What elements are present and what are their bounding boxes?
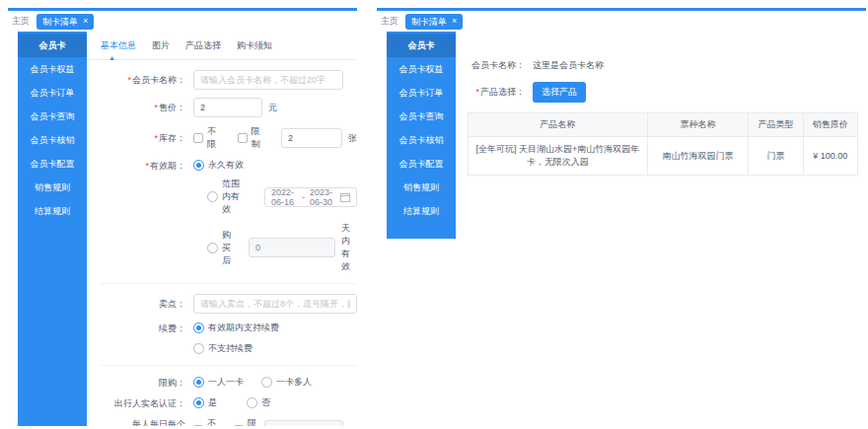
required-mark: * <box>475 87 479 97</box>
sidebar-item-card-redeem[interactable]: 会员卡核销 <box>18 128 87 152</box>
tab-card-list[interactable]: 制卡清单 × <box>36 14 94 30</box>
sidebar-item-member-card[interactable]: 会员卡 <box>18 34 87 57</box>
sidebar-item-card-benefits[interactable]: 会员卡权益 <box>18 57 87 81</box>
form-row-purchase-limit: 限购： 一人一卡 一卡多人 <box>87 376 357 389</box>
sidebar-item-sales-rules[interactable]: 销售规则 <box>387 176 456 199</box>
form-tab-purchase-notes[interactable]: 购卡须知 <box>237 39 272 52</box>
radio-icon[interactable] <box>193 160 204 171</box>
date-separator: - <box>302 192 305 202</box>
required-mark: * <box>145 161 149 171</box>
radio-icon[interactable] <box>193 377 204 388</box>
form-row-selling-points: 卖点： <box>87 294 357 314</box>
form-tab-basic-info[interactable]: 基本信息 <box>101 39 136 52</box>
card-name-value: 这里是会员卡名称 <box>533 59 604 72</box>
stock-unit: 张 <box>348 132 357 145</box>
panel-card-edit: 主页 制卡清单 × 会员卡 会员卡权益 会员卡订单 会员卡查询 会员卡核销 会员… <box>8 8 357 426</box>
sidebar-item-card-benefits[interactable]: 会员卡权益 <box>387 57 456 81</box>
form-tabs: 基本信息 图片 产品选择 购卡须知 ▲ <box>87 32 357 60</box>
renew-label: 续费： <box>87 322 193 334</box>
daily-limit-label: 每人每日每个 产品限用： <box>87 418 193 426</box>
close-icon[interactable]: × <box>452 17 457 26</box>
sidebar-item-member-card[interactable]: 会员卡 <box>387 34 456 57</box>
col-ticket-name: 票种名称 <box>647 113 749 137</box>
sidebar-item-settle-rules[interactable]: 结算规则 <box>18 199 87 223</box>
sidebar-item-card-config[interactable]: 会员卡配置 <box>387 152 456 176</box>
cell-ticket-name: 南山竹海双园门票 <box>647 137 749 176</box>
sidebar-item-sales-rules[interactable]: 销售规则 <box>18 176 87 199</box>
sidebar-item-card-config[interactable]: 会员卡配置 <box>18 152 87 176</box>
tab-card-list-label: 制卡清单 <box>42 16 78 28</box>
sidebar-item-card-redeem[interactable]: 会员卡核销 <box>387 128 456 152</box>
stock-limited-option[interactable]: 限制 <box>238 125 264 151</box>
validity-range-option[interactable]: 范围内有效 <box>207 178 247 216</box>
tab-home[interactable]: 主页 <box>12 15 30 28</box>
checkbox-icon[interactable] <box>238 133 248 143</box>
sidebar-item-settle-rules[interactable]: 结算规则 <box>387 199 456 223</box>
product-table: 产品名称 票种名称 产品类型 销售原价 [全年可玩] 天目湖山水园+南山竹海双园… <box>468 112 858 176</box>
stock-unlimited-option[interactable]: 不限 <box>193 125 220 151</box>
daily-unlimited-option[interactable]: 不限 <box>193 417 216 426</box>
radio-icon[interactable] <box>193 322 204 333</box>
radio-icon[interactable] <box>193 343 204 354</box>
selling-points-label: 卖点： <box>87 298 193 310</box>
radio-icon[interactable] <box>207 243 218 253</box>
required-mark: * <box>154 133 158 143</box>
right-tabbar: 主页 制卡清单 × <box>377 11 866 32</box>
calendar-icon <box>340 192 350 202</box>
col-product-name: 产品名称 <box>469 113 648 137</box>
sidebar-item-card-orders[interactable]: 会员卡订单 <box>387 81 456 105</box>
right-content: 会员卡名称： 这里是会员卡名称 *产品选择： 选择产品 产品名称 票种名称 产品… <box>456 32 866 239</box>
form-row-validity-range: 范围内有效 2022-06-16 - 2023-06-30 <box>87 178 357 216</box>
sidebar-item-card-query[interactable]: 会员卡查询 <box>387 105 456 128</box>
renew-supported-option[interactable]: 有效期内支持续费 <box>193 322 279 334</box>
cell-original-price: ¥ 100.00 <box>803 137 857 176</box>
radio-icon[interactable] <box>247 397 257 408</box>
screenshot-canvas: 主页 制卡清单 × 会员卡 会员卡权益 会员卡订单 会员卡查询 会员卡核销 会员… <box>0 0 868 429</box>
card-name-input[interactable] <box>193 70 343 90</box>
form-row-daily-limit: 每人每日每个 产品限用： 不限 限制 次 <box>87 417 357 426</box>
renew-not-supported-option[interactable]: 不支持续费 <box>193 342 253 355</box>
checkbox-icon[interactable] <box>234 425 244 426</box>
close-icon[interactable]: × <box>83 17 88 26</box>
date-start: 2022-06-16 <box>271 187 297 207</box>
form-row-renew: 续费： 有效期内支持续费 <box>87 322 357 334</box>
sidebar-item-card-query[interactable]: 会员卡查询 <box>18 105 87 128</box>
section-divider <box>101 283 357 284</box>
stock-count-input[interactable] <box>281 128 342 148</box>
date-range-picker[interactable]: 2022-06-16 - 2023-06-30 <box>264 187 357 207</box>
form-row-validity-days: 购买后 天内有效 <box>87 222 357 273</box>
cell-product-type: 门票 <box>749 137 803 176</box>
radio-icon[interactable] <box>261 377 272 388</box>
col-original-price: 销售原价 <box>803 113 857 137</box>
sidebar-item-card-orders[interactable]: 会员卡订单 <box>18 81 87 105</box>
card-form: *会员卡名称： *售价： 元 *库存： 不限 限制 张 <box>87 60 357 426</box>
tab-card-list-label: 制卡清单 <box>411 16 447 28</box>
tab-home[interactable]: 主页 <box>381 15 398 28</box>
realname-yes-option[interactable]: 是 <box>193 396 217 409</box>
select-product-button[interactable]: 选择产品 <box>533 82 586 103</box>
tab-card-list[interactable]: 制卡清单 × <box>405 14 463 30</box>
selling-points-input[interactable] <box>193 294 357 314</box>
daily-limited-option[interactable]: 限制 <box>234 417 256 426</box>
price-input[interactable] <box>193 98 262 117</box>
section-divider <box>101 365 357 366</box>
table-row[interactable]: [全年可玩] 天目湖山水园+南山竹海双园年卡，无限次入园 南山竹海双园门票 门票… <box>469 137 858 176</box>
realname-no-option[interactable]: 否 <box>247 396 270 409</box>
realname-label: 出行人实名认证： <box>87 397 193 409</box>
product-select-label: *产品选择： <box>456 86 533 99</box>
radio-icon[interactable] <box>193 397 204 408</box>
left-content: 基本信息 图片 产品选择 购卡须知 ▲ *会员卡名称： *售价： 元 <box>87 32 357 426</box>
one-person-one-card-option[interactable]: 一人一卡 <box>193 376 244 389</box>
radio-icon[interactable] <box>207 191 218 202</box>
date-end: 2023-06-30 <box>310 187 335 207</box>
one-card-many-option[interactable]: 一卡多人 <box>261 376 312 389</box>
form-tab-product-select[interactable]: 产品选择 <box>185 39 221 52</box>
form-tab-images[interactable]: 图片 <box>152 39 170 52</box>
checkbox-icon[interactable] <box>193 425 203 426</box>
validity-after-purchase-option[interactable]: 购买后 <box>207 229 231 267</box>
validity-days-input[interactable] <box>249 238 335 257</box>
validity-forever-option[interactable]: 永久有效 <box>193 159 244 172</box>
right-sidebar: 会员卡 会员卡权益 会员卡订单 会员卡查询 会员卡核销 会员卡配置 销售规则 结… <box>387 32 456 239</box>
checkbox-icon[interactable] <box>193 133 203 143</box>
daily-limit-input[interactable] <box>264 420 343 426</box>
